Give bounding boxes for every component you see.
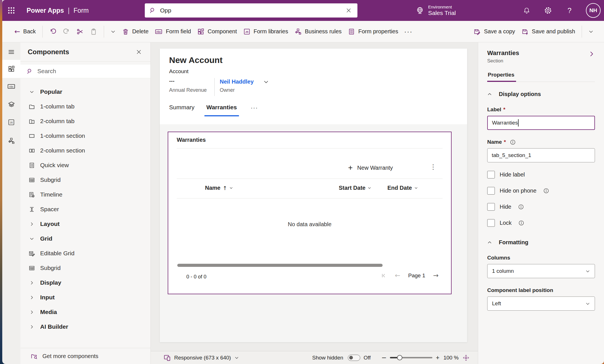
info-icon[interactable] [518,220,524,226]
info-icon[interactable] [510,139,516,145]
tab-properties[interactable]: Properties [487,72,516,82]
cut-button[interactable] [73,24,87,39]
component-group-input[interactable]: Input [20,290,150,305]
checkbox[interactable] [487,219,495,227]
component-group-display[interactable]: Display [20,275,150,290]
rail-fields-tab[interactable]: Abc [2,79,20,94]
component-item-subgrid[interactable]: Subgrid [20,173,150,187]
lock-checkbox-row[interactable]: Lock [487,219,595,227]
hide-label-checkbox-row[interactable]: Hide label [487,171,595,178]
label-position-select[interactable]: Left [487,297,595,311]
column-header-end-date[interactable]: End Date [387,185,418,191]
component-item-2-column-tab[interactable]: 2-column tab [20,114,150,128]
owner-value-link[interactable]: Neil Haddley [220,79,254,85]
component-item-spacer[interactable]: Spacer [20,202,150,217]
form-field-button[interactable]: Abc Form field [152,24,194,39]
warranties-section-selected[interactable]: Warranties + New Warranty ⋮ Name ↑ [168,132,452,294]
get-more-components-button[interactable]: Get more components [20,348,150,364]
business-rules-button[interactable]: Business rules [291,24,345,39]
user-avatar[interactable]: NH [586,3,601,18]
clipboard-overflow-button[interactable] [107,24,119,39]
components-search[interactable] [20,64,150,78]
form-canvas: New Account Account --- Annual Revenue N… [151,42,478,364]
save-a-copy-button[interactable]: Save a copy [470,24,518,39]
toolbar-overflow-button[interactable]: ··· [401,28,415,36]
component-group-layout[interactable]: Layout [20,217,150,231]
zoom-slider[interactable] [390,355,432,361]
layers-icon [8,101,15,108]
save-overflow-button[interactable] [585,24,597,39]
checkbox[interactable] [487,203,495,211]
info-icon[interactable] [543,188,549,194]
component-item-subgrid-2[interactable]: Subgrid [20,261,150,275]
component-group-popular[interactable]: Popular [20,84,150,99]
show-hidden-toggle[interactable] [348,355,360,361]
components-icon [8,65,15,73]
help-button[interactable]: ? [564,5,575,16]
owner-field[interactable]: Neil Haddley [220,79,269,85]
checkbox[interactable] [487,171,495,178]
component-group-media[interactable]: Media [20,305,150,319]
notifications-button[interactable] [521,5,532,16]
component-item-1-column-tab[interactable]: 1-column tab [20,99,150,114]
fit-to-screen-button[interactable] [463,354,469,361]
label-input[interactable]: Warranties [487,116,595,130]
rail-tree-view-tab[interactable] [2,97,20,112]
component-item-timeline[interactable]: Timeline [20,187,150,202]
component-item-quick-view[interactable]: Quick view [20,158,150,173]
component-group-ai-builder[interactable]: AI Builder [20,319,150,334]
tab-warranties[interactable]: Warranties [204,104,239,116]
previous-page-button[interactable]: ← [395,272,400,279]
close-panel-button[interactable] [134,47,144,57]
global-search[interactable] [145,3,357,18]
form-libraries-button[interactable]: JS Form libraries [240,24,291,39]
components-search-input[interactable] [37,68,144,75]
slider-thumb[interactable] [397,355,402,360]
new-warranty-button[interactable]: + New Warranty [348,164,393,172]
column-header-name[interactable]: Name ↑ [205,185,233,191]
checkbox[interactable] [487,187,495,195]
grid-more-commands-button[interactable]: ⋮ [430,163,437,171]
save-and-publish-button[interactable]: Save and publish [518,24,578,39]
rail-form-libraries-tab[interactable]: JS [2,114,20,130]
app-launcher-button[interactable] [2,0,20,21]
tab-summary[interactable]: Summary [169,104,195,115]
chevron-down-icon [29,236,34,241]
component-button[interactable]: Component [194,24,240,39]
component-group-grid[interactable]: Grid [20,231,150,246]
redo-button[interactable] [60,24,73,39]
environment-picker[interactable]: Environment Sales Trial [416,0,456,21]
undo-button[interactable] [46,24,60,39]
zoom-out-button[interactable]: − [381,354,387,361]
first-page-button[interactable] [381,273,387,279]
preview-size-selector[interactable]: Responsive (673 x 640) [163,354,239,361]
next-page-button[interactable]: → [433,272,439,279]
clear-search-button[interactable] [344,6,353,15]
component-item-editable-grid[interactable]: Editable Grid [20,246,150,261]
columns-select[interactable]: 1 column [487,264,595,278]
rail-menu-button[interactable] [2,44,20,60]
hide-on-phone-checkbox-row[interactable]: Hide on phone [487,187,595,195]
settings-button[interactable] [543,5,553,16]
tabs-overflow-button[interactable]: ··· [251,104,258,111]
rail-business-rules-tab[interactable] [2,133,20,149]
app-name[interactable]: Power Apps [27,7,64,14]
back-button[interactable]: ← Back [11,24,39,39]
form-properties-button[interactable]: Form properties [345,24,401,39]
info-icon[interactable] [518,204,524,210]
horizontal-scrollbar[interactable] [177,264,383,267]
paste-button[interactable] [87,24,100,39]
name-input[interactable]: tab_5_section_1 [487,148,595,162]
zoom-in-button[interactable]: + [436,354,439,361]
column-header-start-date[interactable]: Start Date [339,185,371,191]
display-options-group-header[interactable]: Display options [487,91,595,97]
quick-view-icon [29,162,35,169]
delete-button[interactable]: Delete [119,24,152,39]
formatting-group-header[interactable]: Formatting [487,239,595,246]
component-item-1-column-section[interactable]: 1-column section [20,128,150,143]
collapse-panel-button[interactable] [588,51,595,57]
rail-components-tab[interactable] [2,60,20,78]
hide-checkbox-row[interactable]: Hide [487,203,595,211]
component-item-2-column-section[interactable]: 2-column section [20,143,150,158]
search-input[interactable] [160,7,340,14]
